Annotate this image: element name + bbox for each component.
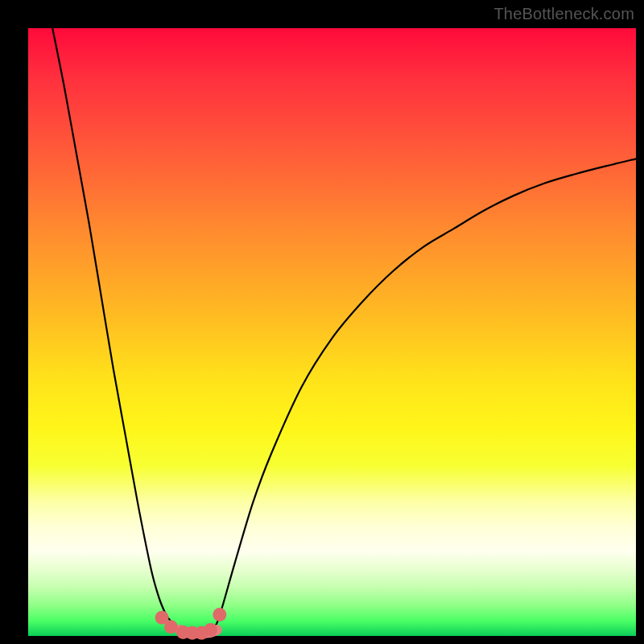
watermark-text: TheBottleneck.com xyxy=(493,5,634,23)
right-marker-2 xyxy=(213,608,226,621)
chart-svg xyxy=(28,28,636,636)
chart-frame: TheBottleneck.com xyxy=(0,0,644,644)
curve-left-branch xyxy=(52,28,186,631)
right-marker-1 xyxy=(204,623,217,637)
curve-right-branch xyxy=(211,159,637,631)
curve-layer xyxy=(52,28,636,631)
plot-area xyxy=(28,28,636,636)
left-marker-2 xyxy=(164,620,178,634)
